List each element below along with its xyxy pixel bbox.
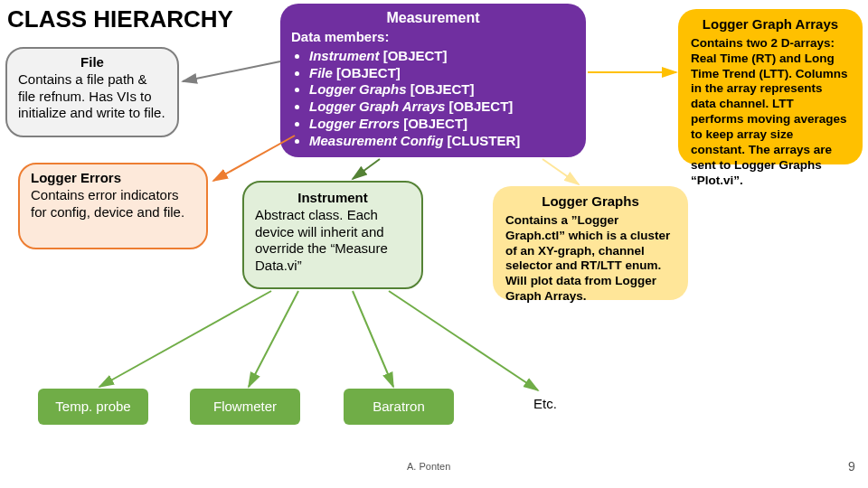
- errors-title: Logger Errors: [31, 170, 195, 187]
- instrument-box: Instrument Abstract class. Each device w…: [242, 181, 423, 289]
- svg-line-6: [249, 291, 298, 387]
- measurement-member-list: Instrument [OBJECT] File [OBJECT] Logger…: [291, 48, 575, 150]
- etc-label: Etc.: [533, 396, 557, 411]
- footer-author: A. Ponten: [407, 461, 450, 472]
- arrays-body: Contains two 2 D-arrays: Real Time (RT) …: [691, 36, 850, 189]
- graphs-title: Logger Graphs: [505, 193, 675, 211]
- errors-body: Contains error indicators for config, de…: [31, 187, 195, 221]
- instrument-title: Instrument: [255, 190, 410, 207]
- flowmeter-leaf: Flowmeter: [190, 389, 300, 425]
- page-title: CLASS HIERARCHY: [7, 5, 233, 33]
- logger-errors-box: Logger Errors Contains error indicators …: [18, 163, 208, 249]
- instrument-body: Abstract class. Each device will inherit…: [255, 207, 410, 275]
- temp-probe-leaf: Temp. probe: [38, 389, 148, 425]
- svg-line-8: [389, 291, 538, 390]
- graphs-body: Contains a ”Logger Graph.ctl” which is a…: [505, 213, 675, 305]
- baratron-leaf: Baratron: [344, 389, 454, 425]
- arrays-title: Logger Graph Arrays: [691, 16, 850, 33]
- measurement-subhead: Data members:: [291, 29, 575, 46]
- svg-line-5: [99, 291, 271, 387]
- svg-line-3: [542, 159, 579, 184]
- svg-line-7: [353, 291, 393, 387]
- svg-line-0: [183, 61, 280, 81]
- file-class-box: File Contains a file path & file refnum.…: [5, 47, 179, 137]
- logger-graph-arrays-box: Logger Graph Arrays Contains two 2 D-arr…: [678, 9, 863, 164]
- logger-graphs-box: Logger Graphs Contains a ”Logger Graph.c…: [493, 186, 688, 300]
- measurement-box: Measurement Data members: Instrument [OB…: [280, 4, 586, 157]
- file-title: File: [18, 54, 166, 71]
- file-body: Contains a file path & file refnum. Has …: [18, 71, 166, 122]
- measurement-title: Measurement: [291, 9, 575, 27]
- footer-page-number: 9: [848, 459, 855, 474]
- svg-line-4: [353, 159, 380, 179]
